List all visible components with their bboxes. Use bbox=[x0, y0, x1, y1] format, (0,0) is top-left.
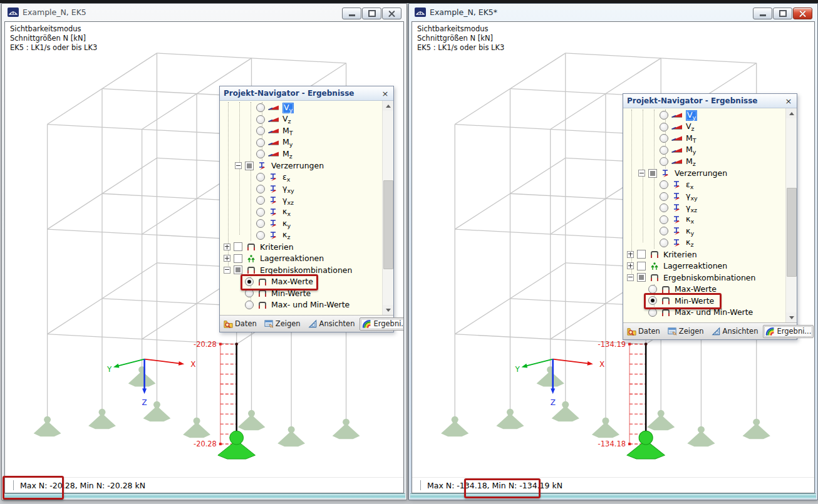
tree-item-gamma-xy[interactable]: γxy bbox=[220, 183, 383, 195]
radio-epsilon-x[interactable] bbox=[660, 180, 668, 189]
tree-item-verzerrungen[interactable]: Verzerrungen bbox=[220, 160, 383, 172]
tab-zeigen[interactable]: Zeigen bbox=[262, 317, 303, 331]
scrollbar[interactable] bbox=[785, 108, 797, 322]
tab-zeigen[interactable]: Zeigen bbox=[665, 325, 707, 338]
scroll-down-icon[interactable] bbox=[786, 312, 797, 322]
radio-gamma-xz[interactable] bbox=[256, 196, 265, 205]
checkbox-kriterien[interactable] bbox=[234, 242, 242, 251]
tree-item-kriterien[interactable]: Kriterien bbox=[220, 241, 383, 253]
navigator-close-icon[interactable]: × bbox=[381, 89, 390, 98]
minimize-button[interactable] bbox=[342, 8, 361, 19]
tree-item-gamma-xy[interactable]: γxy bbox=[623, 191, 786, 203]
tree-item-mz[interactable]: Mz bbox=[220, 148, 383, 160]
tree-item-kriterien[interactable]: Kriterien bbox=[623, 249, 786, 260]
tab-ergebni[interactable]: Ergebni... bbox=[763, 325, 814, 338]
tree-item-kappa-x[interactable]: κx bbox=[623, 214, 786, 226]
expand-icon[interactable] bbox=[627, 262, 634, 269]
radio-mt[interactable] bbox=[660, 134, 668, 143]
radio-gamma-xy[interactable] bbox=[660, 192, 668, 201]
radio-kappa-y[interactable] bbox=[660, 227, 668, 235]
tree-item-vz[interactable]: Vz bbox=[623, 121, 786, 133]
tree-item-my[interactable]: My bbox=[220, 137, 383, 149]
collapse-icon[interactable] bbox=[627, 274, 634, 281]
tree-item-epsilon-x[interactable]: εx bbox=[220, 172, 383, 183]
checkbox-kriterien[interactable] bbox=[637, 250, 646, 259]
tree-item-mt[interactable]: MT bbox=[623, 133, 786, 145]
tree-item-kappa-y[interactable]: κy bbox=[623, 225, 786, 237]
scroll-up-icon[interactable] bbox=[786, 108, 797, 118]
minimize-button[interactable] bbox=[753, 8, 772, 19]
tree-item-lagerreaktionen[interactable]: Lagerreaktionen bbox=[220, 253, 383, 265]
tree-item-gamma-xz[interactable]: γxz bbox=[623, 202, 786, 214]
radio-my[interactable] bbox=[660, 146, 668, 155]
radio-my[interactable] bbox=[256, 138, 265, 147]
tree-item-epsilon-x[interactable]: εx bbox=[623, 179, 786, 191]
radio-kappa-y[interactable] bbox=[256, 219, 265, 228]
radio-mt[interactable] bbox=[256, 126, 265, 135]
tree-item-mt[interactable]: MT bbox=[220, 125, 383, 137]
checkbox-lagerreaktionen[interactable] bbox=[234, 254, 242, 263]
radio-mz[interactable] bbox=[256, 150, 265, 158]
tab-daten[interactable]: Daten bbox=[624, 325, 663, 338]
close-button[interactable] bbox=[793, 8, 812, 19]
radio-mz[interactable] bbox=[660, 157, 668, 166]
axis-y-label: Y bbox=[515, 365, 520, 374]
radio-epsilon-x[interactable] bbox=[256, 173, 265, 182]
scrollbar[interactable] bbox=[382, 101, 393, 315]
scroll-down-icon[interactable] bbox=[383, 305, 393, 315]
tree-item-kappa-x[interactable]: κx bbox=[220, 207, 383, 219]
checkbox-verzerrungen[interactable] bbox=[648, 169, 657, 178]
radio-kappa-x[interactable] bbox=[660, 215, 668, 224]
expand-icon[interactable] bbox=[224, 255, 230, 262]
tree-item-kappa-z[interactable]: κz bbox=[220, 230, 383, 242]
close-button[interactable] bbox=[382, 8, 401, 19]
collapse-icon[interactable] bbox=[638, 170, 645, 177]
radio-max-und-min-werte[interactable] bbox=[245, 301, 254, 309]
radio-kappa-z[interactable] bbox=[256, 231, 265, 240]
tree-item-ergebniskombinationen[interactable]: Ergebniskombinationen bbox=[623, 272, 786, 284]
checkbox-ergebniskombinationen[interactable] bbox=[234, 265, 242, 274]
tab-ergebni[interactable]: Ergebni... bbox=[360, 317, 404, 331]
tab-ansichten[interactable]: Ansichten bbox=[709, 325, 761, 338]
tree-item-vy[interactable]: Vy bbox=[220, 102, 383, 114]
tree-item-mz[interactable]: Mz bbox=[623, 156, 786, 168]
scroll-up-icon[interactable] bbox=[383, 101, 393, 111]
radio-gamma-xy[interactable] bbox=[256, 185, 265, 193]
navigator-close-icon[interactable]: × bbox=[784, 96, 793, 106]
titlebar[interactable]: Example_N, EK5 bbox=[2, 4, 406, 20]
tab-ansichten[interactable]: Ansichten bbox=[306, 317, 358, 331]
tree-item-my[interactable]: My bbox=[623, 145, 786, 157]
tree-item-vy[interactable]: Vy bbox=[623, 110, 786, 121]
scroll-thumb[interactable] bbox=[383, 180, 393, 269]
tree-item-gamma-xz[interactable]: γxz bbox=[220, 195, 383, 207]
tree-item-lagerreaktionen[interactable]: Lagerreaktionen bbox=[623, 260, 786, 272]
collapse-icon[interactable] bbox=[224, 267, 230, 274]
checkbox-verzerrungen[interactable] bbox=[245, 162, 254, 170]
scroll-thumb[interactable] bbox=[787, 188, 797, 277]
deformation-icon bbox=[671, 227, 683, 235]
radio-vy[interactable] bbox=[256, 103, 265, 112]
tree-item-kappa-z[interactable]: κz bbox=[623, 237, 786, 249]
radio-kappa-x[interactable] bbox=[256, 208, 265, 217]
radio-kappa-z[interactable] bbox=[660, 239, 668, 247]
radio-vz[interactable] bbox=[256, 115, 265, 124]
radio-gamma-xz[interactable] bbox=[660, 203, 668, 212]
tree-item-max-und-min-werte[interactable]: Max- und Min-Werte bbox=[220, 299, 383, 311]
radio-vy[interactable] bbox=[660, 111, 668, 120]
tree-item-vz[interactable]: Vz bbox=[220, 114, 383, 126]
radio-vz[interactable] bbox=[660, 123, 668, 131]
titlebar[interactable]: Example_N, EK5* bbox=[409, 4, 817, 20]
checkbox-lagerreaktionen[interactable] bbox=[637, 262, 646, 270]
tab-daten[interactable]: Daten bbox=[221, 317, 259, 331]
expand-icon[interactable] bbox=[627, 251, 634, 258]
expand-icon[interactable] bbox=[224, 244, 230, 250]
tree-item-verzerrungen[interactable]: Verzerrungen bbox=[623, 168, 786, 180]
radio-max-werte[interactable] bbox=[648, 285, 657, 294]
restore-button[interactable] bbox=[362, 8, 381, 19]
tree-item-kappa-y[interactable]: κy bbox=[220, 218, 383, 230]
restore-button[interactable] bbox=[773, 8, 792, 19]
checkbox-ergebniskombinationen[interactable] bbox=[637, 273, 646, 282]
collapse-icon[interactable] bbox=[235, 162, 242, 169]
navigator-header[interactable]: Projekt-Navigator - Ergebnisse × bbox=[623, 94, 797, 108]
navigator-header[interactable]: Projekt-Navigator - Ergebnisse × bbox=[220, 86, 393, 101]
